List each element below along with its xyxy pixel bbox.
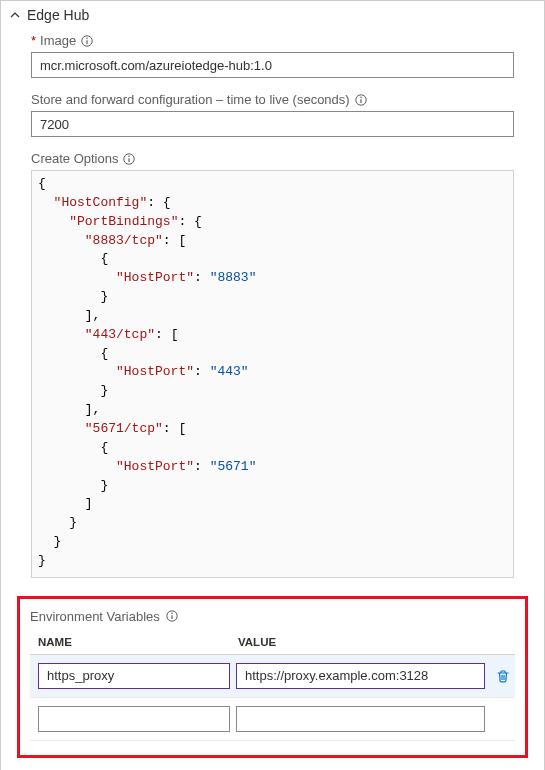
chevron-up-icon [9,9,21,21]
env-row [30,655,515,698]
create-options-editor[interactable]: { "HostConfig": { "PortBindings": { "888… [31,170,514,578]
svg-point-2 [86,37,88,39]
info-icon[interactable] [354,93,368,107]
env-name-input[interactable] [38,663,230,689]
svg-point-5 [360,96,362,98]
environment-variables-section: Environment Variables NAME VALUE [17,596,528,758]
env-value-input[interactable] [236,706,485,732]
ttl-label: Store and forward configuration – time t… [31,92,350,107]
edge-hub-panel: Edge Hub * Image Store and forward confi… [0,0,545,770]
image-field: * Image [31,33,514,78]
panel-title: Edge Hub [27,7,89,23]
env-vars-label: Environment Variables [30,609,160,624]
image-input[interactable] [31,52,514,78]
svg-point-11 [171,613,173,615]
ttl-input[interactable] [31,111,514,137]
info-icon[interactable] [80,34,94,48]
ttl-field: Store and forward configuration – time t… [31,92,514,137]
required-asterisk: * [31,33,36,48]
create-options-field: Create Options { "HostConfig": { "PortBi… [31,151,514,578]
env-value-input[interactable] [236,663,485,689]
env-name-input[interactable] [38,706,230,732]
info-icon[interactable] [165,609,179,623]
create-options-label: Create Options [31,151,118,166]
image-label: Image [40,33,76,48]
svg-point-8 [129,155,131,157]
panel-header[interactable]: Edge Hub [1,1,544,27]
trash-icon[interactable] [491,664,515,688]
env-col-value: VALUE [238,636,487,648]
env-table-header: NAME VALUE [30,634,515,655]
env-col-name: NAME [38,636,238,648]
info-icon[interactable] [122,152,136,166]
env-row [30,698,515,741]
